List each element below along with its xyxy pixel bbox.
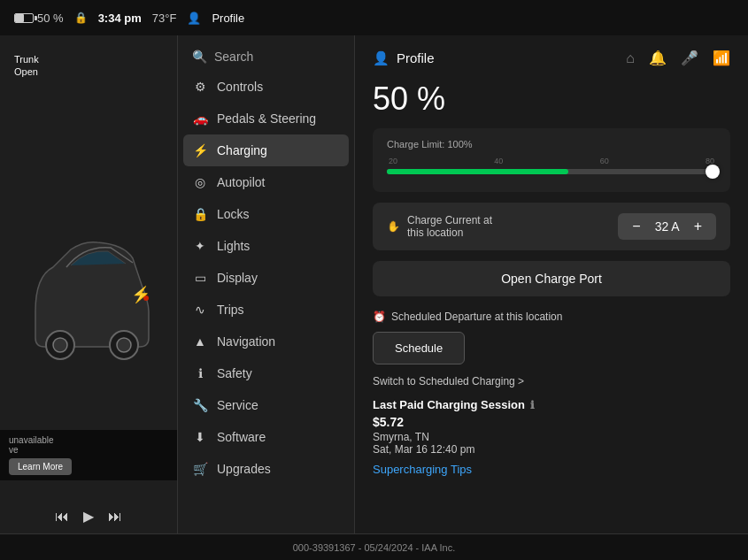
person-icon: 👤 xyxy=(187,12,201,25)
sidebar-item-display[interactable]: ▭ Display xyxy=(178,262,354,294)
sidebar-item-controls[interactable]: ⚙ Controls xyxy=(178,71,354,103)
next-track-button[interactable]: ⏭ xyxy=(108,509,122,525)
display-icon: ▭ xyxy=(192,271,208,285)
profile-icon: 👤 xyxy=(373,50,389,66)
info-icon[interactable]: ℹ xyxy=(530,399,535,411)
search-icon: 🔍 xyxy=(192,50,207,64)
increment-button[interactable]: + xyxy=(690,219,706,234)
charge-current-value: 32 A xyxy=(655,219,680,234)
play-button[interactable]: ▶ xyxy=(83,508,94,525)
profile-title-text: Profile xyxy=(397,50,435,65)
sidebar-item-lights[interactable]: ✦ Lights xyxy=(178,230,354,262)
sidebar-item-safety[interactable]: ℹ Safety xyxy=(178,357,354,389)
upgrades-icon: 🛒 xyxy=(192,462,208,476)
charge-slider-fill xyxy=(387,169,568,174)
charge-current-row: ✋ Charge Current at this location − 32 A… xyxy=(373,203,730,250)
bottom-bar: 000-39391367 - 05/24/2024 - IAA Inc. xyxy=(0,533,748,560)
status-temperature: 73°F xyxy=(152,12,177,25)
search-label: Search xyxy=(214,50,253,64)
sidebar-label-controls: Controls xyxy=(217,80,263,94)
main-layout: Trunk Open xyxy=(0,35,748,533)
content-area: 👤 Profile ⌂ 🔔 🎤 📶 50 % Charge Limit: 100… xyxy=(355,35,748,533)
last-paid-amount: $5.72 xyxy=(373,415,730,429)
charge-limit-label: Charge Limit: 100% xyxy=(387,139,716,150)
learn-more-button[interactable]: Learn More xyxy=(9,458,72,475)
charge-limit-section: Charge Limit: 100% 20 40 60 80 xyxy=(373,128,730,192)
sidebar-item-service[interactable]: 🔧 Service xyxy=(178,389,354,421)
sidebar-item-upgrades[interactable]: 🛒 Upgrades xyxy=(178,453,354,485)
signal-icon: 📶 xyxy=(713,50,730,66)
charge-current-text: Charge Current at this location xyxy=(407,214,492,239)
service-icon: 🔧 xyxy=(192,398,208,412)
media-controls: ⏮ ▶ ⏭ xyxy=(55,508,122,525)
sidebar-label-software: Software xyxy=(217,430,266,444)
scheduled-departure-label: ⏰ Scheduled Departure at this location xyxy=(373,311,730,323)
sidebar-item-navigation[interactable]: ▲ Navigation xyxy=(178,326,354,357)
lightning-badge: ⚡ xyxy=(131,285,150,304)
charge-slider-thumb[interactable] xyxy=(706,165,720,179)
pedals-icon: 🚗 xyxy=(192,111,208,126)
sidebar-label-pedals: Pedals & Steering xyxy=(217,111,316,126)
sidebar-label-trips: Trips xyxy=(217,303,244,317)
sidebar-label-safety: Safety xyxy=(217,366,252,380)
battery-percent-display: 50 % xyxy=(373,81,730,118)
last-paid-date: Sat, Mar 16 12:40 pm xyxy=(373,443,730,456)
sidebar-label-display: Display xyxy=(217,271,258,285)
status-profile-label: Profile xyxy=(212,12,244,25)
sidebar-item-pedals[interactable]: 🚗 Pedals & Steering xyxy=(178,103,354,134)
supercharging-tips-link[interactable]: Supercharging Tips xyxy=(373,463,730,476)
header-icons: ⌂ 🔔 🎤 📶 xyxy=(626,50,730,66)
trunk-label: Trunk Open xyxy=(14,53,39,79)
sidebar-search[interactable]: 🔍 Search xyxy=(178,42,354,71)
navigation-icon: ▲ xyxy=(192,334,208,349)
status-time: 3:34 pm xyxy=(98,12,142,25)
sidebar-item-charging[interactable]: ⚡ Charging xyxy=(183,134,349,166)
last-paid-header: Last Paid Charging Session ℹ xyxy=(373,398,730,411)
bottom-bar-text: 000-39391367 - 05/24/2024 - IAA Inc. xyxy=(293,542,455,553)
battery-percent-label: 50 % xyxy=(37,12,64,25)
slider-markers: 20 40 60 80 xyxy=(387,157,716,165)
hand-icon: ✋ xyxy=(387,220,400,233)
status-bar: 50 % 🔒 3:34 pm 73°F 👤 Profile xyxy=(0,0,748,35)
switch-charging-link[interactable]: Switch to Scheduled Charging > xyxy=(373,375,730,387)
mic-icon[interactable]: 🎤 xyxy=(681,50,698,66)
content-header: 👤 Profile ⌂ 🔔 🎤 📶 xyxy=(373,50,730,66)
profile-title: 👤 Profile xyxy=(373,50,435,66)
charge-current-label: ✋ Charge Current at this location xyxy=(387,214,492,239)
sidebar: 🔍 Search ⚙ Controls 🚗 Pedals & Steering … xyxy=(178,35,355,533)
trips-icon: ∿ xyxy=(192,303,208,317)
sidebar-item-trips[interactable]: ∿ Trips xyxy=(178,294,354,326)
scheduled-departure-section: ⏰ Scheduled Departure at this location S… xyxy=(373,311,730,364)
schedule-button[interactable]: Schedule xyxy=(373,332,465,364)
sidebar-label-locks: Locks xyxy=(217,207,250,221)
unavailable-banner: unavailable ve Learn More xyxy=(0,430,177,480)
home-icon[interactable]: ⌂ xyxy=(626,50,635,66)
sidebar-label-service: Service xyxy=(217,398,258,412)
open-charge-port-button[interactable]: Open Charge Port xyxy=(373,261,730,296)
charge-slider-track[interactable] xyxy=(387,169,716,174)
autopilot-icon: ◎ xyxy=(192,175,208,189)
sidebar-label-upgrades: Upgrades xyxy=(217,462,271,476)
decrement-button[interactable]: − xyxy=(628,219,644,234)
bell-icon[interactable]: 🔔 xyxy=(649,50,667,66)
sidebar-label-autopilot: Autopilot xyxy=(217,175,265,189)
svg-point-3 xyxy=(117,338,131,352)
battery-status: 50 % xyxy=(14,12,64,25)
charging-icon: ⚡ xyxy=(192,143,208,157)
sidebar-label-lights: Lights xyxy=(217,239,250,253)
clock-icon: ⏰ xyxy=(373,311,386,323)
sidebar-item-locks[interactable]: 🔒 Locks xyxy=(178,198,354,230)
sidebar-label-charging: Charging xyxy=(217,143,267,157)
left-panel: Trunk Open xyxy=(0,35,177,533)
sidebar-item-autopilot[interactable]: ◎ Autopilot xyxy=(178,166,354,198)
svg-point-1 xyxy=(53,338,67,352)
last-paid-header-text: Last Paid Charging Session xyxy=(373,398,525,411)
sidebar-label-navigation: Navigation xyxy=(217,334,275,349)
car-image-area: ⚡ xyxy=(18,196,159,373)
safety-icon: ℹ xyxy=(192,366,208,380)
unavailable-ve: ve xyxy=(9,445,168,455)
prev-track-button[interactable]: ⏮ xyxy=(55,509,69,525)
sidebar-item-software[interactable]: ⬇ Software xyxy=(178,421,354,453)
battery-icon xyxy=(14,13,34,23)
software-icon: ⬇ xyxy=(192,430,208,444)
